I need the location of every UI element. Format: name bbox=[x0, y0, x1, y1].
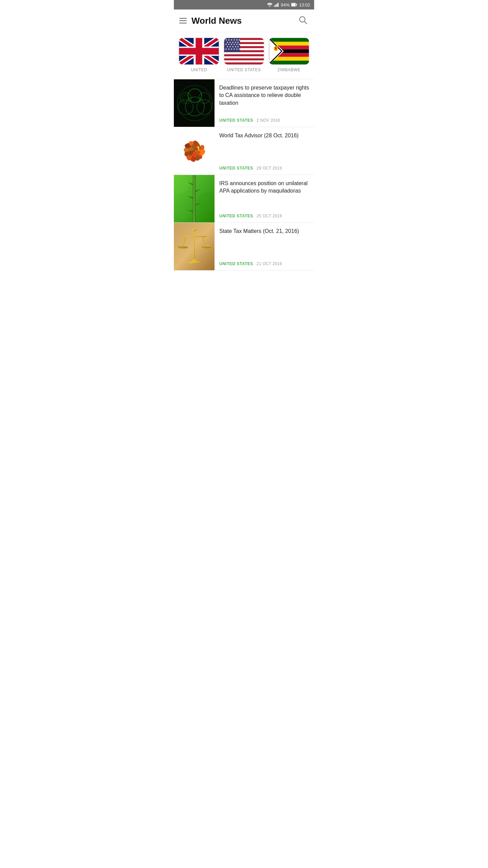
news-item-1[interactable]: Deadlines to preserve taxpayer rights to… bbox=[174, 79, 314, 127]
news-item-4[interactable]: State Tax Matters (Oct. 21, 2016) UNITED… bbox=[174, 223, 314, 271]
flag-zimbabwe bbox=[269, 38, 309, 65]
battery-percent: 94% bbox=[281, 2, 289, 7]
svg-rect-18 bbox=[179, 48, 219, 55]
flag-us: ★★★★★★ ★★★★★ ★★★★★★ ★★★★★ ★★★★★★ bbox=[224, 38, 264, 65]
svg-text:★: ★ bbox=[230, 48, 232, 50]
svg-text:★: ★ bbox=[228, 48, 230, 50]
svg-rect-109 bbox=[194, 230, 195, 260]
status-icons: 94% 13:02 bbox=[267, 2, 310, 7]
flag-uk bbox=[179, 38, 219, 65]
news-content-4: State Tax Matters (Oct. 21, 2016) UNITED… bbox=[215, 223, 314, 270]
hamburger-line-1 bbox=[179, 18, 187, 19]
header: World News bbox=[174, 9, 314, 32]
svg-rect-24 bbox=[224, 54, 264, 56]
news-title-4: State Tax Matters (Oct. 21, 2016) bbox=[219, 228, 309, 235]
flag-item-us[interactable]: ★★★★★★ ★★★★★ ★★★★★★ ★★★★★ ★★★★★★ UNITED … bbox=[224, 38, 264, 72]
hamburger-line-3 bbox=[179, 23, 187, 23]
news-date-4: 21 OCT 2016 bbox=[257, 261, 282, 266]
svg-point-107 bbox=[177, 205, 191, 219]
svg-rect-26 bbox=[224, 62, 264, 64]
svg-rect-2 bbox=[276, 5, 277, 7]
svg-point-0 bbox=[269, 6, 270, 7]
flag-label-zimbabwe: ZIMBABWE bbox=[278, 67, 301, 72]
svg-rect-110 bbox=[182, 236, 206, 237]
svg-text:★: ★ bbox=[238, 48, 240, 50]
svg-rect-7 bbox=[297, 4, 297, 6]
us-flag-svg: ★★★★★★ ★★★★★ ★★★★★★ ★★★★★ ★★★★★★ bbox=[224, 38, 264, 64]
flag-label-us: UNITED STATES bbox=[227, 67, 261, 72]
news-meta-3: UNITED STATES 25 OCT 2016 bbox=[219, 214, 309, 218]
svg-point-118 bbox=[177, 246, 187, 248]
svg-text:★: ★ bbox=[225, 48, 227, 50]
svg-rect-69 bbox=[174, 79, 215, 127]
leaves-globe-icon bbox=[174, 127, 215, 175]
signal-icon bbox=[274, 3, 279, 7]
news-meta-1: UNITED STATES 2 NOV 2016 bbox=[219, 118, 309, 123]
news-title-2: World Tax Advisor (28 Oct. 2016) bbox=[219, 132, 309, 139]
news-thumb-1 bbox=[174, 79, 215, 127]
news-country-3: UNITED STATES bbox=[219, 214, 253, 218]
news-country-4: UNITED STATES bbox=[219, 261, 253, 266]
news-meta-2: UNITED STATES 29 OCT 2016 bbox=[219, 166, 309, 171]
status-bar: 94% 13:02 bbox=[174, 0, 314, 9]
svg-rect-104 bbox=[194, 175, 194, 222]
battery-icon bbox=[291, 3, 297, 7]
svg-rect-56 bbox=[269, 38, 309, 42]
green-plant-icon bbox=[174, 175, 215, 222]
svg-text:★: ★ bbox=[236, 48, 238, 50]
search-icon bbox=[299, 16, 307, 24]
news-thumb-2 bbox=[174, 127, 215, 175]
news-thumb-4 bbox=[174, 223, 215, 270]
news-list: Deadlines to preserve taxpayer rights to… bbox=[174, 79, 314, 271]
svg-point-111 bbox=[192, 228, 196, 232]
news-content-2: World Tax Advisor (28 Oct. 2016) UNITED … bbox=[215, 127, 314, 175]
people-silhouette-icon bbox=[174, 79, 215, 127]
svg-rect-1 bbox=[274, 5, 275, 7]
menu-button[interactable] bbox=[179, 18, 187, 23]
news-country-2: UNITED STATES bbox=[219, 166, 253, 171]
news-date-3: 25 OCT 2016 bbox=[257, 214, 282, 218]
svg-point-119 bbox=[201, 246, 211, 248]
hamburger-line-2 bbox=[179, 20, 187, 21]
news-content-3: IRS announces position on unilateral APA… bbox=[215, 175, 314, 222]
search-button[interactable] bbox=[297, 14, 309, 27]
news-title-3: IRS announces position on unilateral APA… bbox=[219, 180, 309, 195]
header-left: World News bbox=[179, 16, 242, 26]
news-meta-4: UNITED STATES 21 OCT 2016 bbox=[219, 261, 309, 266]
news-date-2: 29 OCT 2016 bbox=[257, 166, 282, 171]
svg-rect-6 bbox=[291, 3, 296, 6]
time-display: 13:02 bbox=[299, 2, 310, 7]
svg-rect-117 bbox=[188, 261, 200, 263]
news-date-1: 2 NOV 2016 bbox=[257, 118, 280, 123]
zimbabwe-flag-svg bbox=[269, 38, 309, 64]
flag-item-zimbabwe[interactable]: ZIMBABWE bbox=[269, 38, 309, 72]
flag-label-uk: UNITED bbox=[191, 67, 207, 72]
news-thumb-3 bbox=[174, 175, 215, 222]
svg-rect-4 bbox=[278, 3, 279, 7]
flag-item-uk[interactable]: UNITED bbox=[179, 38, 219, 72]
svg-line-9 bbox=[304, 21, 307, 24]
wifi-icon bbox=[267, 3, 272, 7]
svg-text:★: ★ bbox=[233, 48, 235, 50]
scales-icon bbox=[174, 223, 215, 270]
svg-rect-25 bbox=[224, 58, 264, 60]
news-item-2[interactable]: World Tax Advisor (28 Oct. 2016) UNITED … bbox=[174, 127, 314, 175]
news-title-1: Deadlines to preserve taxpayer rights to… bbox=[219, 84, 309, 107]
news-item-3[interactable]: IRS announces position on unilateral APA… bbox=[174, 175, 314, 223]
flags-section: UNITED ★★★★★★ ★★★★★ ★★ bbox=[174, 32, 314, 79]
uk-flag-svg bbox=[179, 38, 219, 64]
news-content-1: Deadlines to preserve taxpayer rights to… bbox=[215, 79, 314, 127]
svg-rect-3 bbox=[277, 4, 278, 7]
page-title: World News bbox=[191, 16, 242, 26]
svg-rect-62 bbox=[269, 61, 309, 64]
news-country-1: UNITED STATES bbox=[219, 118, 253, 123]
